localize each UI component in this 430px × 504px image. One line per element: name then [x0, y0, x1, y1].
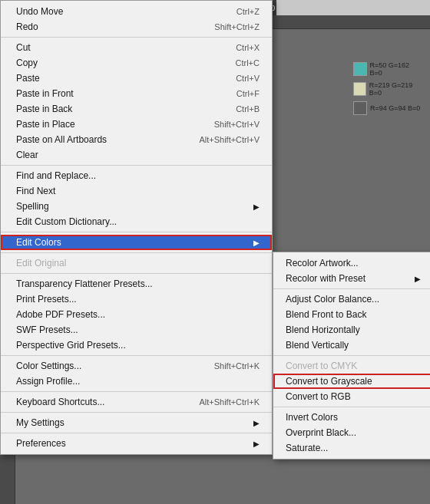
edit-paste[interactable]: Paste Ctrl+V — [1, 71, 272, 86]
edit-undo[interactable]: Undo Move Ctrl+Z — [1, 4, 272, 19]
sub-blend-vertically-label: Blend Vertically — [286, 340, 349, 351]
sub-convert-cmyk: Convert to CMYK — [273, 358, 430, 374]
edit-redo-shortcut: Shift+Ctrl+Z — [214, 22, 260, 31]
edit-paste-front-label: Paste in Front — [16, 88, 74, 99]
sep-3 — [1, 232, 272, 232]
edit-transparency-presets-label: Transparency Flattener Presets... — [16, 278, 153, 289]
edit-transparency-presets[interactable]: Transparency Flattener Presets... — [1, 276, 272, 292]
swatch-color-3 — [353, 101, 367, 115]
edit-paste-shortcut: Ctrl+V — [236, 74, 260, 83]
edit-spelling[interactable]: Spelling ▶ — [1, 199, 272, 214]
sub-blend-front-back-label: Blend Front to Back — [286, 309, 366, 320]
edit-assign-profile[interactable]: Assign Profile... — [1, 374, 272, 389]
edit-colors[interactable]: Edit Colors ▶ — [1, 235, 272, 250]
edit-cut[interactable]: Cut Ctrl+X — [1, 40, 272, 55]
edit-keyboard-shortcuts-label: Keyboard Shortcuts... — [16, 397, 104, 407]
sub-saturate-label: Saturate... — [286, 443, 328, 453]
edit-custom-dict[interactable]: Edit Custom Dictionary... — [1, 214, 272, 229]
sep-5 — [1, 273, 272, 274]
edit-assign-profile-label: Assign Profile... — [16, 376, 80, 387]
swatch-color-1 — [353, 62, 367, 76]
edit-my-settings[interactable]: My Settings ▶ — [1, 415, 272, 430]
edit-swf-presets[interactable]: SWF Presets... — [1, 322, 272, 338]
swatch-panel: R=50 G=162 B=0 R=219 G=219 B=0 R=94 G=94… — [353, 61, 422, 120]
edit-colors-submenu: Recolor Artwork... Recolor with Preset ▶… — [273, 252, 430, 460]
sub-blend-front-back[interactable]: Blend Front to Back — [273, 307, 430, 322]
sub-blend-horizontally-label: Blend Horizontally — [286, 324, 360, 335]
edit-redo[interactable]: Redo Shift+Ctrl+Z — [1, 19, 272, 35]
swatch-label-3: R=94 G=94 B=0 — [370, 104, 420, 112]
recolor-preset-arrow-icon: ▶ — [415, 275, 421, 283]
edit-copy[interactable]: Copy Ctrl+C — [1, 55, 272, 71]
edit-paste-all[interactable]: Paste on All Artboards Alt+Shift+Ctrl+V — [1, 132, 272, 147]
swatch-row-2: R=219 G=219 B=0 — [353, 81, 422, 97]
edit-colors-label: Edit Colors — [16, 237, 61, 248]
edit-cut-shortcut: Ctrl+X — [236, 43, 260, 52]
edit-undo-label: Undo Move — [16, 6, 63, 17]
sep-7 — [1, 391, 272, 392]
edit-paste-place[interactable]: Paste in Place Shift+Ctrl+V — [1, 117, 272, 132]
swatch-label-2: R=219 G=219 B=0 — [369, 81, 422, 97]
edit-find-replace[interactable]: Find and Replace... — [1, 168, 272, 183]
sep-9 — [1, 433, 272, 433]
my-settings-arrow-icon: ▶ — [253, 419, 260, 427]
sub-saturate[interactable]: Saturate... — [273, 440, 430, 456]
edit-cut-label: Cut — [16, 42, 31, 53]
sub-blend-vertically[interactable]: Blend Vertically — [273, 338, 430, 353]
sub-convert-rgb[interactable]: Convert to RGB — [273, 389, 430, 404]
edit-clear[interactable]: Clear — [1, 147, 272, 163]
sub-convert-grayscale-label: Convert to Grayscale — [286, 376, 372, 387]
sep-2 — [1, 165, 272, 166]
edit-paste-front-shortcut: Ctrl+F — [237, 89, 260, 98]
edit-paste-front[interactable]: Paste in Front Ctrl+F — [1, 86, 272, 101]
edit-copy-shortcut: Ctrl+C — [236, 58, 260, 68]
edit-paste-label: Paste — [16, 73, 40, 84]
sub-adjust-color[interactable]: Adjust Color Balance... — [273, 292, 430, 307]
sub-invert-colors[interactable]: Invert Colors — [273, 410, 430, 425]
sub-convert-cmyk-label: Convert to CMYK — [286, 361, 357, 371]
sub-overprint-black[interactable]: Overprint Black... — [273, 425, 430, 440]
edit-paste-place-shortcut: Shift+Ctrl+V — [214, 120, 260, 129]
preferences-arrow-icon: ▶ — [253, 440, 260, 448]
edit-paste-place-label: Paste in Place — [16, 119, 75, 130]
edit-color-settings-label: Color Settings... — [16, 361, 81, 371]
sub-recolor-preset[interactable]: Recolor with Preset ▶ — [273, 271, 430, 286]
sub-recolor-preset-label: Recolor with Preset — [286, 273, 366, 284]
sub-convert-rgb-label: Convert to RGB — [286, 391, 351, 402]
swatch-label-1: R=50 G=162 B=0 — [370, 61, 422, 77]
swatch-color-2 — [353, 82, 366, 96]
edit-original: Edit Original — [1, 255, 272, 271]
edit-my-settings-label: My Settings — [16, 417, 64, 428]
edit-paste-back-label: Paste in Back — [16, 104, 72, 114]
edit-perspective-presets[interactable]: Perspective Grid Presets... — [1, 338, 272, 353]
sub-recolor-artwork-label: Recolor Artwork... — [286, 258, 359, 268]
sep-6 — [1, 355, 272, 356]
edit-paste-back-shortcut: Ctrl+B — [236, 104, 260, 114]
sep-8 — [1, 412, 272, 413]
edit-print-presets[interactable]: Print Presets... — [1, 292, 272, 307]
edit-swf-presets-label: SWF Presets... — [16, 324, 78, 335]
sub-sep-3 — [273, 407, 430, 407]
edit-keyboard-shortcuts[interactable]: Keyboard Shortcuts... Alt+Shift+Ctrl+K — [1, 394, 272, 410]
sub-invert-colors-label: Invert Colors — [286, 412, 338, 423]
swatch-row-1: R=50 G=162 B=0 — [353, 61, 422, 77]
edit-pdf-presets[interactable]: Adobe PDF Presets... — [1, 307, 272, 322]
edit-colors-arrow-icon: ▶ — [253, 239, 260, 247]
edit-dropdown: Undo Move Ctrl+Z Redo Shift+Ctrl+Z Cut C… — [0, 0, 273, 455]
swatch-row-3: R=94 G=94 B=0 — [353, 101, 422, 115]
sub-convert-grayscale[interactable]: Convert to Grayscale — [273, 374, 430, 389]
edit-color-settings[interactable]: Color Settings... Shift+Ctrl+K — [1, 358, 272, 374]
sub-overprint-black-label: Overprint Black... — [286, 427, 356, 438]
edit-find-next[interactable]: Find Next — [1, 183, 272, 199]
edit-original-label: Edit Original — [16, 258, 66, 268]
sub-recolor-artwork[interactable]: Recolor Artwork... — [273, 255, 430, 271]
sep-4 — [1, 252, 272, 253]
sub-sep-1 — [273, 288, 430, 289]
edit-paste-all-shortcut: Alt+Shift+Ctrl+V — [199, 135, 260, 144]
sub-blend-horizontally[interactable]: Blend Horizontally — [273, 322, 430, 338]
edit-print-presets-label: Print Presets... — [16, 294, 77, 305]
edit-spelling-label: Spelling — [16, 201, 49, 212]
edit-paste-back[interactable]: Paste in Back Ctrl+B — [1, 101, 272, 117]
edit-preferences[interactable]: Preferences ▶ — [1, 436, 272, 451]
edit-preferences-label: Preferences — [16, 438, 66, 449]
